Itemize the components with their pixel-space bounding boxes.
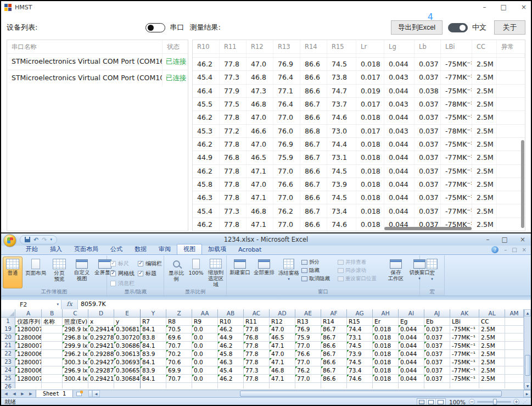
cell[interactable]: [505, 333, 524, 342]
hmst-close-icon[interactable]: ×: [521, 4, 527, 10]
cell[interactable]: 0.044: [399, 358, 424, 366]
cell[interactable]: 86.6: [321, 342, 347, 350]
cell[interactable]: 84.1: [141, 325, 166, 333]
cell[interactable]: 76.8: [244, 333, 270, 342]
col-header[interactable]: C: [63, 309, 88, 318]
cell[interactable]: R9: [192, 318, 218, 326]
cell[interactable]: 84.1: [141, 358, 166, 366]
cell[interactable]: [42, 383, 63, 388]
col-header[interactable]: E: [114, 309, 141, 318]
cell[interactable]: 0.29278: [88, 333, 114, 342]
help-icon[interactable]: ?: [491, 246, 499, 253]
cell[interactable]: 73.1: [347, 333, 373, 342]
cell[interactable]: 77.8: [244, 325, 270, 333]
cell[interactable]: 0.29288: [88, 350, 114, 358]
cell[interactable]: [505, 358, 524, 366]
cell[interactable]: 12800079: [15, 325, 42, 333]
name-box[interactable]: F2 ▾: [1, 300, 61, 309]
col-header[interactable]: AB: [218, 309, 244, 318]
cell[interactable]: [450, 383, 479, 388]
cell[interactable]: 0.30613: [114, 350, 141, 358]
cell[interactable]: 0.037: [424, 325, 450, 333]
row-header[interactable]: 24: [1, 366, 15, 375]
col-header[interactable]: AI: [399, 309, 424, 318]
cell[interactable]: [15, 383, 42, 388]
arrange-all-button[interactable]: 全部重排: [252, 257, 276, 288]
cell[interactable]: 45.4: [218, 366, 244, 375]
cell[interactable]: 46.2: [218, 342, 244, 350]
results-row[interactable]: 44.9 76.8 46.5 75.9 86.7 73.1 0.018 0.04…: [193, 151, 525, 164]
col-header[interactable]: Y: [141, 309, 166, 318]
page-layout-view-button[interactable]: 页面布局: [23, 257, 49, 288]
results-row[interactable]: 46.2 77.8 47.1 77.0 86.6 74.5 0.018 0.04…: [193, 164, 525, 177]
cell[interactable]: 0.044: [399, 375, 424, 383]
cell[interactable]: 300.3 lx: [63, 358, 88, 366]
zoom-to-selection-button[interactable]: 缩放到 选定区域: [205, 257, 227, 288]
col-header[interactable]: Z: [166, 309, 192, 318]
cell[interactable]: 77.0: [295, 358, 321, 366]
scroll-up-icon[interactable]: ▲: [524, 309, 531, 316]
cell[interactable]: 0.29427: [88, 358, 114, 366]
cell[interactable]: 47.1: [270, 358, 295, 366]
cell[interactable]: 0.044: [399, 325, 424, 333]
cell[interactable]: 0.018: [373, 350, 399, 358]
ribbon-tab[interactable]: Acrobat: [232, 246, 267, 254]
cell[interactable]: -77MK⁻¹: [450, 366, 479, 375]
row-header[interactable]: 22: [1, 350, 15, 358]
headings-checkbox[interactable]: 标题: [138, 270, 162, 277]
cell[interactable]: 0.018: [373, 358, 399, 366]
col-header[interactable]: AL: [479, 309, 505, 318]
row-header[interactable]: 19: [1, 325, 15, 333]
cell[interactable]: 86.7: [321, 366, 347, 375]
cell[interactable]: 45.8: [218, 350, 244, 358]
cell[interactable]: Er: [373, 318, 399, 326]
office-button[interactable]: [3, 234, 16, 247]
cell[interactable]: 0.018: [373, 342, 399, 350]
split-button[interactable]: 拆分: [301, 259, 335, 266]
cell[interactable]: [166, 383, 192, 388]
cell[interactable]: [141, 383, 166, 388]
device-row[interactable]: STMicroelectronics Virtual COM Port (COM…: [7, 53, 188, 70]
hscroll-thumb[interactable]: [240, 391, 502, 397]
zoom-in-icon[interactable]: +: [513, 399, 519, 405]
row-header[interactable]: 26: [1, 383, 15, 388]
cell[interactable]: [88, 383, 114, 388]
select-all-corner[interactable]: [1, 309, 15, 318]
cell[interactable]: [42, 375, 63, 383]
cell[interactable]: R7: [141, 318, 166, 326]
cell[interactable]: 77.8: [244, 342, 270, 350]
ribbon-tab[interactable]: 审阅: [153, 244, 177, 254]
cell[interactable]: -77MK⁻¹: [450, 350, 479, 358]
cell[interactable]: 2.5M: [479, 350, 505, 358]
cell[interactable]: 0.044: [399, 333, 424, 342]
cell[interactable]: -75MK⁻¹: [450, 325, 479, 333]
new-window-button[interactable]: 新建窗口: [228, 257, 252, 288]
export-to-excel-button[interactable]: 导出到Excel: [391, 20, 443, 35]
cell[interactable]: [218, 383, 244, 388]
cell[interactable]: 2.5M: [479, 325, 505, 333]
results-row[interactable]: 45.3 77.2 46.6 76.0 86.8 73.0 0.017 0.04…: [193, 124, 525, 137]
excel-maximize-icon[interactable]: □: [502, 236, 508, 243]
cell[interactable]: 0.037: [424, 350, 450, 358]
cell[interactable]: 0.29414: [88, 325, 114, 333]
col-header[interactable]: AJ: [424, 309, 450, 318]
col-header[interactable]: AK: [450, 309, 479, 318]
cell[interactable]: 76.6: [295, 350, 321, 358]
cell[interactable]: [399, 383, 424, 388]
zoom-out-icon[interactable]: −: [469, 399, 475, 405]
zoom-slider-track[interactable]: [477, 401, 511, 403]
row-header[interactable]: 23: [1, 358, 15, 366]
cell[interactable]: [42, 333, 63, 342]
view-side-by-side-button[interactable]: 并排查看: [338, 259, 385, 266]
unhide-button[interactable]: 取消隐藏: [301, 275, 335, 282]
cell[interactable]: 0.044: [399, 366, 424, 375]
cell[interactable]: 296.8 lx: [63, 333, 88, 342]
ruler-checkbox[interactable]: 标尺: [110, 260, 135, 268]
cell[interactable]: 12800068: [15, 366, 42, 375]
excel-close-icon[interactable]: ×: [520, 236, 525, 243]
cell[interactable]: [505, 383, 524, 388]
cell[interactable]: 70.6: [166, 358, 192, 366]
cell[interactable]: 83.8: [141, 333, 166, 342]
ribbon-tab[interactable]: 插入: [44, 244, 68, 254]
cell[interactable]: 77.0: [295, 342, 321, 350]
